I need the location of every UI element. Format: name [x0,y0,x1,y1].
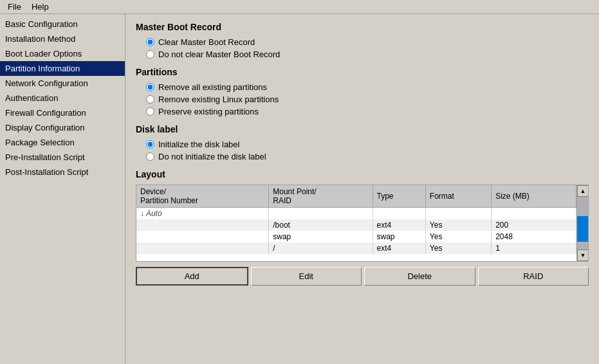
cell-type [373,208,425,220]
add-button[interactable]: Add [136,267,248,286]
partition-radio-preserve[interactable] [146,107,154,116]
partition-label-remove-linux: Remove existing Linux partitions [158,95,279,104]
sidebar-item-boot-loader[interactable]: Boot Loader Options [0,46,125,61]
cell-format: Yes [425,242,491,254]
cell-format: Yes [425,231,491,242]
menubar: File Help [0,0,599,14]
cell-type: ext4 [373,219,425,231]
partition-radio-remove-all[interactable] [146,83,154,91]
col-size: Size (MB) [492,185,576,208]
cell-mount [269,208,373,220]
mbr-option-clear: Clear Master Boot Record [146,37,589,47]
layout-section: Layout Device/Partition Number Mount Poi… [136,169,589,286]
sidebar-item-pre-install[interactable]: Pre-Installation Script [0,150,125,165]
cell-format: Yes [425,219,491,231]
sidebar-item-post-install[interactable]: Post-Installation Script [0,165,125,179]
sidebar-item-basic-config[interactable]: Basic Configuration [0,17,125,32]
disk-label-section-title: Disk label [136,124,589,134]
disk-label-label-noinit: Do not initialize the disk label [158,152,266,161]
partitions-section-title: Partitions [136,67,589,77]
mbr-radio-clear[interactable] [146,38,154,46]
mbr-option-noclear: Do not clear Master Boot Record [146,50,589,59]
mbr-section-title: Master Boot Record [136,22,589,32]
disk-label-label-init: Initialize the disk label [158,140,239,149]
partition-radio-remove-linux[interactable] [146,95,154,104]
partitions-radio-group: Remove all existing partitions Remove ex… [146,82,589,116]
sidebar-item-package-selection[interactable]: Package Selection [0,135,125,150]
sidebar-item-network-config[interactable]: Network Configuration [0,76,125,91]
cell-mount: swap [269,231,373,242]
partition-label-remove-all: Remove all existing partitions [158,82,267,92]
mbr-label-noclear: Do not clear Master Boot Record [158,50,280,59]
edit-button[interactable]: Edit [251,267,362,286]
scroll-thumb [577,216,588,242]
partition-option-preserve: Preserve existing partitions [146,107,589,116]
table-row[interactable]: ↓ Auto [136,208,576,220]
cell-type: ext4 [373,242,425,254]
cell-type: swap [373,231,425,242]
cell-size: 200 [492,219,576,231]
cell-mount: /boot [269,219,373,231]
table-row[interactable]: / ext4 Yes 1 [136,242,576,254]
layout-section-title: Layout [136,169,589,179]
sidebar-item-authentication[interactable]: Authentication [0,91,125,105]
partition-option-remove-all: Remove all existing partitions [146,82,589,92]
mbr-radio-group: Clear Master Boot Record Do not clear Ma… [146,37,589,59]
content-area: Master Boot Record Clear Master Boot Rec… [125,14,599,364]
mbr-radio-noclear[interactable] [146,50,154,59]
col-type: Type [373,185,425,208]
mbr-label-clear: Clear Master Boot Record [158,37,255,47]
menu-help[interactable]: Help [26,1,54,13]
cell-size [492,208,576,220]
disk-label-option-noinit: Do not initialize the disk label [146,152,589,161]
layout-table-inner[interactable]: Device/Partition Number Mount Point/RAID… [136,185,576,261]
disk-label-radio-group: Initialize the disk label Do not initial… [146,140,589,161]
partition-label-preserve: Preserve existing partitions [158,107,259,116]
cell-device [136,219,269,231]
col-format: Format [425,185,491,208]
layout-table-wrapper: Device/Partition Number Mount Point/RAID… [136,185,589,262]
sidebar-item-partition-info[interactable]: Partition Information [0,61,125,76]
cell-size: 2048 [492,231,576,242]
sidebar: Basic Configuration Installation Method … [0,14,125,364]
table-row[interactable]: /boot ext4 Yes 200 [136,219,576,231]
table-row[interactable]: swap swap Yes 2048 [136,231,576,242]
cell-format [425,208,491,220]
col-mount: Mount Point/RAID [269,185,373,208]
raid-button[interactable]: RAID [478,267,589,286]
partition-option-remove-linux: Remove existing Linux partitions [146,95,589,104]
cell-mount: / [269,242,373,254]
scroll-up-btn[interactable]: ▲ [577,185,589,197]
cell-device: ↓ Auto [136,208,269,220]
sidebar-item-installation-method[interactable]: Installation Method [0,32,125,46]
disk-label-option-init: Initialize the disk label [146,140,589,149]
scrollbar: ▲ ▼ [576,185,588,261]
layout-table: Device/Partition Number Mount Point/RAID… [136,185,576,254]
delete-button[interactable]: Delete [364,267,475,286]
scroll-down-btn[interactable]: ▼ [577,250,589,261]
bottom-buttons: Add Edit Delete RAID [136,267,589,286]
disk-label-radio-init[interactable] [146,140,154,149]
disk-label-radio-noinit[interactable] [146,152,154,161]
scroll-track[interactable] [577,197,588,250]
col-device: Device/Partition Number [136,185,269,208]
cell-device [136,242,269,254]
cell-device [136,231,269,242]
sidebar-item-firewall[interactable]: Firewall Configuration [0,105,125,120]
sidebar-item-display-config[interactable]: Display Configuration [0,120,125,135]
menu-file[interactable]: File [3,1,26,13]
cell-size: 1 [492,242,576,254]
